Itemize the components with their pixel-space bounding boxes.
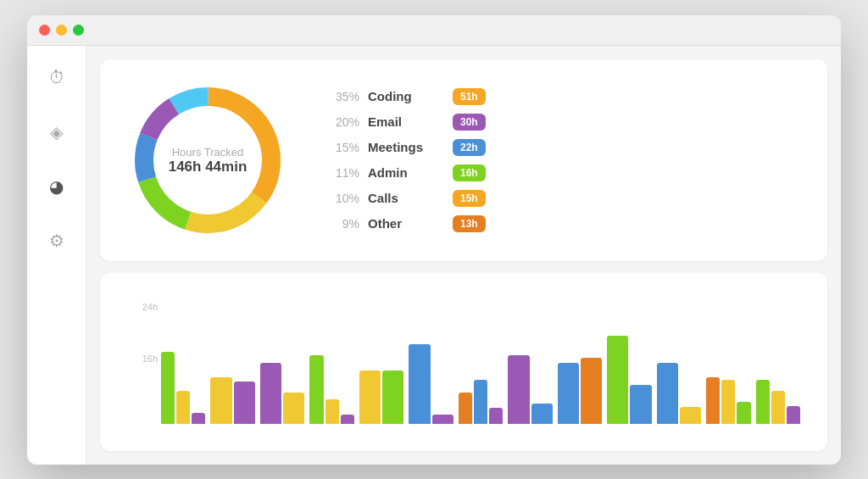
legend-badge: 15h (453, 190, 486, 207)
legend-percent: 35% (329, 90, 359, 103)
donut-value: 146h 44min (169, 158, 248, 175)
pie-icon[interactable]: ◕ (42, 171, 72, 202)
bar-group (706, 377, 750, 424)
bar-segment (531, 404, 553, 423)
bar-group (607, 336, 651, 424)
bar-segment (234, 382, 255, 423)
bar-segment (787, 406, 800, 424)
y-axis-label: 24h (127, 302, 158, 312)
bar-segment (283, 393, 304, 423)
bar-segment (359, 370, 381, 423)
close-button[interactable] (39, 25, 50, 36)
bar-segment (409, 344, 430, 424)
title-bar (27, 15, 841, 46)
legend-row: 10%Calls15h (329, 190, 800, 207)
donut-label: Hours Tracked (169, 145, 248, 158)
legend-percent: 10% (329, 192, 359, 205)
bar-segment (459, 393, 472, 423)
legend-badge: 16h (453, 164, 486, 181)
bar-segment (176, 391, 190, 424)
legend-label: Admin (368, 165, 444, 180)
bar-group (359, 370, 403, 423)
maximize-button[interactable] (73, 25, 84, 36)
legend-row: 35%Coding51h (329, 88, 800, 105)
bar-group (657, 363, 701, 424)
legend-row: 15%Meetings22h (329, 139, 800, 156)
bar-segment (309, 355, 323, 424)
sidebar: ⏱◈◕⚙ (27, 46, 86, 465)
legend-percent: 20% (329, 115, 359, 129)
shape-icon[interactable]: ◈ (42, 117, 72, 148)
traffic-lights (39, 25, 84, 36)
bar-group (409, 344, 453, 424)
legend-badge: 13h (453, 215, 486, 232)
legend-percent: 15% (329, 141, 359, 154)
legend-percent: 9% (329, 217, 359, 231)
bar-group (309, 355, 353, 424)
legend-badge: 30h (453, 114, 486, 131)
bar-segment (706, 377, 720, 424)
bar-segment (657, 363, 678, 424)
legend-label: Email (368, 114, 444, 129)
bar-chart-area: 24h16h (127, 293, 800, 431)
bar-segment (341, 415, 354, 423)
bar-segment (680, 407, 701, 424)
bar-segment (210, 377, 231, 424)
minimize-button[interactable] (56, 25, 67, 36)
bar-segment (326, 399, 339, 424)
bar-segment (508, 355, 529, 424)
y-axis: 24h16h (127, 302, 158, 405)
legend-percent: 11% (329, 166, 359, 180)
legend-row: 20%Email30h (329, 114, 800, 131)
legend-row: 9%Other13h (329, 215, 800, 232)
bar-segment (721, 380, 735, 424)
bars-container (161, 302, 800, 431)
legend: 35%Coding51h20%Email30h15%Meetings22h11%… (329, 88, 800, 232)
legend-label: Other (368, 216, 444, 231)
bar-segment (630, 385, 651, 424)
bar-segment (192, 413, 205, 424)
bar-group (508, 355, 552, 424)
bar-segment (161, 352, 175, 424)
clock-icon[interactable]: ⏱ (42, 63, 72, 93)
legend-label: Coding (368, 89, 444, 103)
bar-segment (382, 370, 403, 423)
bar-segment (489, 408, 503, 423)
bar-chart-card: 24h16h (100, 273, 827, 451)
app-window: ⏱◈◕⚙ Hours Tracked 146h 44min 35%Coding5… (27, 15, 841, 465)
legend-badge: 22h (453, 139, 486, 156)
bar-group (161, 352, 205, 424)
legend-badge: 51h (453, 88, 486, 105)
legend-row: 11%Admin16h (329, 164, 800, 181)
bar-group (260, 363, 304, 424)
bar-segment (558, 363, 579, 424)
bar-group (210, 377, 254, 424)
bar-segment (260, 363, 281, 424)
main-content: Hours Tracked 146h 44min 35%Coding51h20%… (86, 46, 841, 465)
bar-segment (432, 415, 453, 423)
legend-label: Calls (368, 191, 444, 205)
donut-center: Hours Tracked 146h 44min (169, 145, 248, 175)
bar-segment (581, 358, 602, 424)
y-axis-label: 16h (127, 354, 158, 364)
bar-group (558, 358, 602, 424)
hours-card: Hours Tracked 146h 44min 35%Coding51h20%… (100, 59, 827, 261)
bar-segment (771, 391, 785, 424)
legend-label: Meetings (368, 140, 444, 154)
bar-group (459, 380, 503, 424)
settings-icon[interactable]: ⚙ (42, 226, 72, 256)
app-body: ⏱◈◕⚙ Hours Tracked 146h 44min 35%Coding5… (27, 46, 841, 465)
bar-segment (474, 380, 487, 424)
bar-group (756, 380, 800, 424)
bar-segment (607, 336, 628, 424)
bar-segment (756, 380, 770, 424)
bar-segment (737, 402, 750, 424)
donut-chart: Hours Tracked 146h 44min (127, 80, 288, 241)
